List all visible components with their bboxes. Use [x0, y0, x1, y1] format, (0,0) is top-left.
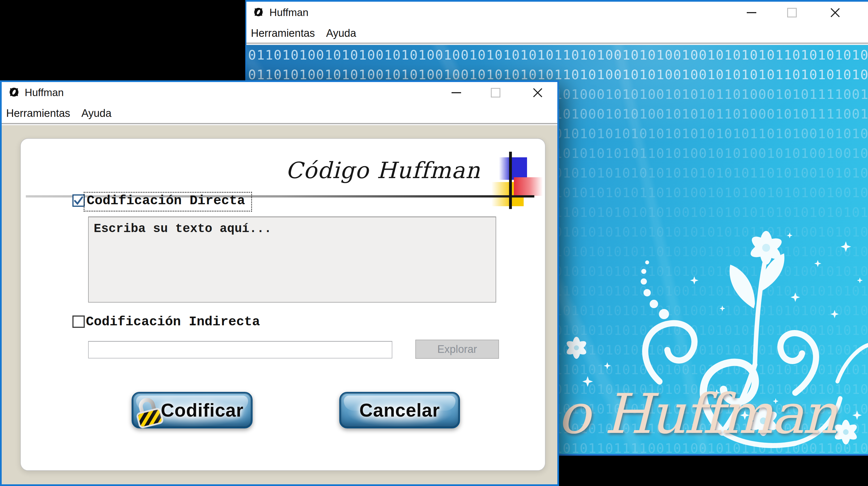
indirect-encoding-checkbox[interactable] [72, 315, 85, 328]
minimize-icon [452, 92, 461, 93]
menu-herramientas[interactable]: Herramientas [6, 107, 70, 119]
dialog-body: Código Huffman Codificación Directa Escr… [2, 125, 557, 484]
dialog-window: Huffman Herramientas Ayuda Código Huffma… [0, 80, 559, 486]
maximize-button[interactable] [479, 82, 513, 104]
maximize-icon [491, 88, 500, 97]
minimize-button[interactable] [735, 2, 768, 24]
menu-herramientas[interactable]: Herramientas [251, 27, 315, 39]
cancel-button-label: Cancelar [340, 393, 459, 427]
logo-cross-bar [509, 152, 512, 209]
file-path-input[interactable] [88, 341, 392, 359]
dialog-title: Huffman [25, 87, 64, 98]
background-window-menubar: Herramientas Ayuda [246, 24, 868, 43]
dialog-menubar: Herramientas Ayuda [2, 104, 557, 123]
encode-button[interactable]: Codificar [132, 392, 253, 428]
background-window-titlebar[interactable]: Huffman [246, 2, 868, 24]
encode-button-label: Codificar [133, 393, 251, 427]
maximize-icon [787, 8, 797, 18]
cancel-button[interactable]: Cancelar [339, 392, 460, 428]
text-to-encode-area[interactable]: Escriba su texto aquí... [88, 217, 496, 303]
close-icon [532, 87, 543, 98]
menu-ayuda[interactable]: Ayuda [82, 107, 112, 119]
background-window-title: Huffman [270, 7, 308, 19]
background-script-text: o Huffman [557, 382, 836, 446]
indirect-encoding-label[interactable]: Codificación Indirecta [86, 313, 260, 331]
logo-blue-square [499, 157, 527, 180]
binary-row: 0110101001010100101010010010101010101101… [248, 67, 868, 82]
close-button[interactable] [815, 2, 855, 24]
menu-ayuda[interactable]: Ayuda [326, 27, 356, 39]
close-icon [830, 7, 840, 18]
close-button[interactable] [518, 82, 557, 104]
minimize-button[interactable] [439, 82, 473, 104]
logo-red-square [514, 177, 543, 196]
huffman-app-icon [8, 86, 20, 99]
maximize-button[interactable] [775, 2, 809, 24]
explore-button[interactable]: Explorar [415, 340, 499, 359]
menu-divider [246, 43, 868, 45]
logo-title: Código Huffman [285, 157, 480, 183]
minimize-icon [747, 12, 756, 13]
explore-button-label: Explorar [437, 343, 477, 355]
checkmark-icon [73, 196, 84, 206]
dialog-titlebar[interactable]: Huffman [2, 82, 557, 104]
menu-divider [2, 123, 557, 125]
direct-encoding-label[interactable]: Codificación Directa [84, 192, 252, 211]
binary-row: 0110101001010100101010010010101010101101… [248, 47, 868, 63]
direct-encoding-checkbox[interactable] [72, 194, 85, 207]
main-panel: Código Huffman Codificación Directa Escr… [20, 138, 546, 471]
huffman-app-icon [253, 6, 265, 19]
